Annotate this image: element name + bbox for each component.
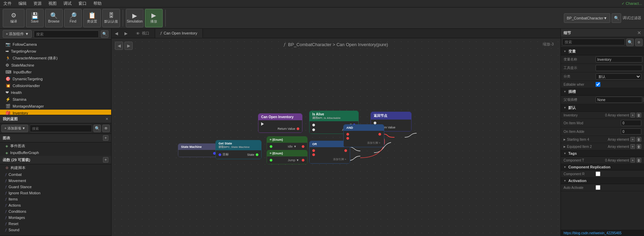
details-options-button[interactable]: ⚙ — [635, 39, 643, 46]
on-item-mod-input[interactable] — [621, 120, 641, 126]
component-item-collisionhandler[interactable]: 💥CollisionHandler — [0, 82, 111, 89]
variable-section[interactable]: ▼ 变量 — [561, 48, 644, 55]
equipped-item-remove-btn[interactable]: 🗑 — [636, 144, 641, 149]
tags-section[interactable]: ▼ Tags — [561, 150, 644, 157]
function-item-conditions[interactable]: 𝑓Conditions — [0, 208, 111, 214]
inventory-add-btn[interactable]: + — [630, 113, 635, 117]
inventory-array-value: 0 Array element — [605, 113, 629, 117]
tab-viewport[interactable]: 👁 视口 — [131, 29, 155, 38]
add-new-button[interactable]: + 添加新项 ▼ — [1, 125, 28, 132]
variable-editable-checkbox[interactable] — [596, 82, 600, 87]
variable-tooltip-input[interactable] — [596, 65, 642, 71]
component-item-inventory[interactable]: 🎒Inventory — [0, 110, 111, 115]
nav-forward[interactable]: ▶ — [124, 42, 133, 50]
find-button[interactable]: 🔎 Find — [64, 9, 82, 27]
component-item-targetingarrow[interactable]: ➡TargetingArrow — [0, 48, 111, 55]
menu-assets[interactable]: 资源 — [32, 0, 43, 7]
function-icon: 𝑓 — [5, 185, 6, 189]
tab-nav-left[interactable]: ◀ — [111, 29, 121, 38]
blueprint-canvas[interactable]: ◀ ▶ 𝑓 BP_CombatCharacter > Can Open Inve… — [111, 38, 560, 236]
graphs-add-button[interactable]: + — [103, 135, 108, 141]
equipped-item-add-btn[interactable]: + — [630, 144, 635, 149]
and-add-pin[interactable]: 添加引脚 + — [346, 140, 381, 145]
details-search-input[interactable] — [562, 39, 625, 45]
defaults-button[interactable]: 🎛 默认认值 — [102, 9, 120, 27]
function-item-actions[interactable]: 𝑓Actions — [0, 202, 111, 208]
functions-section[interactable]: 函数 (29 可重载) + — [0, 156, 111, 164]
input-buffer-item[interactable]: ◈ InputBufferGraph — [0, 150, 111, 156]
event-graph-icon: ◈ — [5, 144, 8, 148]
node-state-machine[interactable]: State Machine — [178, 143, 219, 157]
component-item-statemachine[interactable]: ⚙StateMachine — [0, 62, 111, 69]
function-item-reset[interactable]: 𝑓Reset — [0, 221, 111, 227]
socket-parent-input[interactable] — [596, 97, 642, 103]
component-item-inputbuffer[interactable]: ⌨InputBuffer — [0, 69, 111, 75]
play-button[interactable]: ▶ 播放 — [145, 9, 163, 27]
blueprint-search-button[interactable]: 🔍 — [93, 125, 101, 132]
auto-activate-checkbox[interactable] — [596, 185, 600, 190]
component-item-dynamictargeting[interactable]: 🎯DynamicTargeting — [0, 75, 111, 82]
components-search-input[interactable] — [34, 30, 99, 38]
blueprint-eye-button[interactable]: 👁 — [102, 125, 110, 132]
function-item-ignore-root-motion[interactable]: 𝑓Ignore Root Motion — [0, 190, 111, 196]
bp-dropdown[interactable]: BP_CombatCharacter▼ — [564, 13, 611, 23]
compile-button[interactable]: ⚙ 编译 — [3, 9, 25, 27]
graphs-section[interactable]: 图表 + — [0, 134, 111, 142]
nav-back[interactable]: ◀ — [115, 42, 123, 50]
component-item-health[interactable]: ❤Health — [0, 89, 111, 96]
construct-item[interactable]: ⚙ 构建脚本 — [0, 164, 111, 171]
inventory-remove-btn[interactable]: 🗑 — [636, 113, 641, 117]
node-jump[interactable]: = (Enum) Jump ▼ — [267, 150, 308, 164]
menu-view[interactable]: 视图 — [47, 0, 58, 7]
menu-help[interactable]: 帮助 — [92, 0, 103, 7]
details-search-button[interactable]: 🔍 — [626, 39, 634, 46]
blueprint-search-input[interactable] — [30, 125, 92, 132]
class-settings-button[interactable]: 📋 类设置 — [83, 9, 101, 27]
component-tags-remove-btn[interactable]: 🗑 — [636, 158, 641, 163]
tab-can-open[interactable]: 𝑓 Can Open Inventory — [155, 29, 203, 38]
browse-button[interactable]: 🔍 Browse — [45, 9, 63, 27]
activation-section[interactable]: ▼ Activation — [561, 178, 644, 184]
component-item-montagesmanager[interactable]: 🎬MontagesManager — [0, 103, 111, 110]
variable-category-select[interactable]: 默认 — [596, 73, 641, 80]
menu-file[interactable]: 文件 — [2, 0, 13, 7]
component-item-stamina[interactable]: ⚡Stamina — [0, 96, 111, 103]
on-item-add-input[interactable] — [621, 128, 641, 135]
filter-search-button[interactable]: 🔍 — [612, 13, 621, 23]
function-label: Ignore Root Motion — [9, 191, 41, 195]
or-add-pin[interactable]: 添加引脚 + — [312, 157, 347, 162]
component-item-followcamera[interactable]: 📷FollowCamera — [0, 41, 111, 48]
function-item-guard-stance[interactable]: 𝑓Guard Stance — [0, 184, 111, 190]
component-item-charactermovement-(继承)[interactable]: 🏃CharacterMovement (继承) — [0, 55, 111, 62]
event-graph-item[interactable]: ◈ 事件图表 — [0, 142, 111, 150]
starting-item-remove-btn[interactable]: 🗑 — [636, 137, 641, 142]
function-item-combat[interactable]: 𝑓Combat — [0, 171, 111, 178]
menu-debug[interactable]: 调试 — [62, 0, 73, 7]
function-item-items[interactable]: 𝑓Items — [0, 196, 111, 202]
node-get-state[interactable]: Get State 获取BPC_State Machine 目标 State — [215, 140, 261, 159]
my-blueprint-close[interactable]: ✕ — [105, 117, 108, 121]
node-and[interactable]: AND 添加引脚 + — [343, 124, 384, 147]
function-item-movement[interactable]: 𝑓Movement — [0, 178, 111, 184]
details-close-button[interactable]: ✕ — [637, 30, 641, 36]
menu-edit[interactable]: 编辑 — [17, 0, 28, 7]
function-item-sound[interactable]: 𝑓Sound — [0, 227, 111, 233]
components-search-button[interactable]: 🔍 — [101, 30, 108, 38]
save-button[interactable]: 💾 Save — [26, 9, 44, 27]
starting-item-add-btn[interactable]: + — [630, 137, 635, 142]
component-tags-add-btn[interactable]: + — [630, 158, 635, 163]
defaults-section[interactable]: ▼ 默认 — [561, 104, 644, 112]
node-idle[interactable]: = (Enum) Idle ▼ — [267, 136, 308, 151]
functions-add-button[interactable]: + — [103, 157, 108, 163]
socket-section[interactable]: ▼ 插槽 — [561, 88, 644, 96]
pin-exec-out — [261, 122, 299, 126]
simulation-button[interactable]: ▶ Simulation — [126, 9, 144, 27]
function-item-montages[interactable]: 𝑓Montages — [0, 214, 111, 221]
tab-nav-right[interactable]: ▶ — [121, 29, 131, 38]
variable-name-input[interactable] — [596, 56, 642, 63]
add-component-button[interactable]: + 添加组件 ▼ — [3, 30, 32, 38]
menu-window[interactable]: 窗口 — [77, 0, 88, 7]
replication-checkbox[interactable] — [596, 171, 600, 176]
node-can-open-inventory[interactable]: Can Open Inventory Return Value — [258, 113, 302, 133]
replication-section[interactable]: ▼ Component Replication — [561, 164, 644, 170]
